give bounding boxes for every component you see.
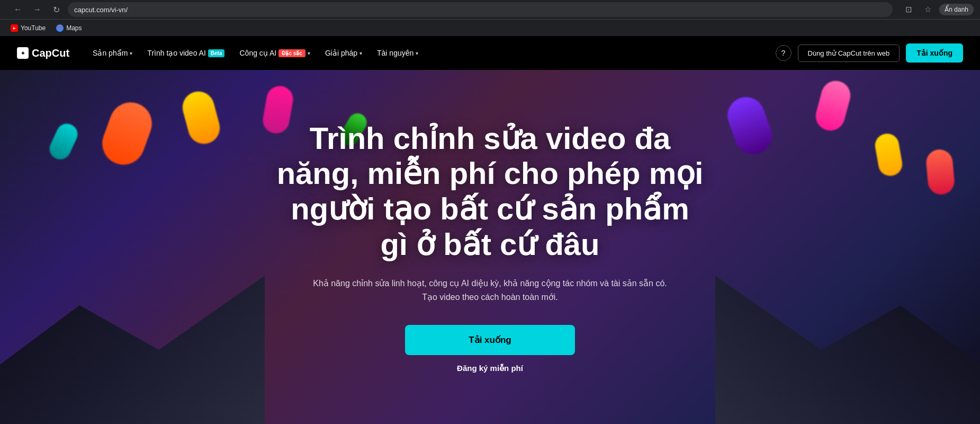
chevron-down-icon: ▾ — [130, 50, 132, 56]
youtube-icon — [11, 24, 18, 32]
nav-item-giai-phap[interactable]: Giải pháp ▾ — [319, 45, 368, 61]
chevron-down-icon-2: ▾ — [308, 50, 310, 56]
help-icon: ? — [781, 49, 786, 57]
nav-label-trinh-tao-video: Trình tạo video AI — [147, 49, 205, 57]
mountain-right — [715, 276, 980, 424]
badge-beta: Beta — [208, 49, 225, 57]
address-bar[interactable]: capcut.com/vi-vn/ — [68, 2, 893, 17]
hero-content: Trình chỉnh sửa video đa năng, miễn phí … — [252, 121, 729, 374]
cast-icon[interactable]: ⊡ — [901, 2, 916, 17]
hero-subtitle: Khả năng chỉnh sửa linh hoạt, công cụ AI… — [305, 277, 676, 304]
hero-title: Trình chỉnh sửa video đa năng, miễn phí … — [273, 121, 707, 262]
bookmark-youtube-label: YouTube — [21, 24, 46, 32]
navbar: ✦ CapCut Sản phẩm ▾ Trình tạo video AI B… — [0, 36, 980, 70]
bookmarks-bar: YouTube 📍 Maps — [0, 19, 980, 36]
chevron-down-icon-4: ▾ — [416, 50, 418, 56]
nav-label-san-pham: Sản phẩm — [93, 49, 128, 57]
browser-right-actions: ⊡ ☆ Ẩn danh — [901, 2, 974, 17]
nav-item-trinh-tao-video[interactable]: Trình tạo video AI Beta — [141, 45, 231, 61]
nav-item-san-pham[interactable]: Sản phẩm ▾ — [86, 45, 139, 61]
help-button[interactable]: ? — [776, 45, 792, 61]
browser-back-button[interactable]: ← — [11, 2, 25, 17]
bookmark-star-icon[interactable]: ☆ — [920, 2, 935, 17]
mountain-left — [0, 276, 265, 424]
chevron-down-icon-3: ▾ — [359, 50, 362, 56]
navbar-download-button[interactable]: Tải xuống — [906, 43, 963, 63]
navbar-right: ? Dùng thử CapCut trên web Tải xuống — [776, 43, 963, 63]
hero-download-button[interactable]: Tải xuống — [405, 325, 574, 355]
logo-text: CapCut — [32, 47, 69, 59]
browser-refresh-button[interactable]: ↻ — [49, 2, 64, 17]
badge-special: Đặc sắc — [278, 49, 305, 57]
paint-blob-8 — [925, 148, 955, 196]
nav-label-giai-phap: Giải pháp — [325, 49, 357, 57]
url-text: capcut.com/vi-vn/ — [74, 6, 128, 14]
browser-forward-button[interactable]: → — [30, 2, 44, 17]
nav-items: Sản phẩm ▾ Trình tạo video AI Beta Công … — [86, 45, 775, 61]
bookmark-maps-label: Maps — [66, 24, 82, 32]
maps-icon: 📍 — [56, 24, 64, 32]
hero-section: Trình chỉnh sửa video đa năng, miễn phí … — [0, 70, 980, 424]
logo-icon: ✦ — [17, 47, 29, 59]
try-web-button[interactable]: Dùng thử CapCut trên web — [798, 45, 900, 62]
hero-register-link[interactable]: Đăng ký miễn phí — [273, 364, 707, 373]
nav-item-cong-cu-ai[interactable]: Công cụ AI Đặc sắc ▾ — [233, 45, 316, 61]
nav-label-tai-nguyen: Tài nguyên — [377, 49, 413, 57]
nav-label-cong-cu-ai: Công cụ AI — [239, 49, 276, 57]
profile-label: Ẩn danh — [945, 6, 968, 13]
capcut-logo[interactable]: ✦ CapCut — [17, 47, 69, 59]
nav-item-tai-nguyen[interactable]: Tài nguyên ▾ — [371, 45, 425, 61]
bookmark-maps[interactable]: 📍 Maps — [52, 22, 86, 34]
bookmark-youtube[interactable]: YouTube — [6, 22, 50, 34]
profile-button[interactable]: Ẩn danh — [939, 4, 974, 15]
browser-chrome: ← → ↻ capcut.com/vi-vn/ ⊡ ☆ Ẩn danh — [0, 0, 980, 19]
